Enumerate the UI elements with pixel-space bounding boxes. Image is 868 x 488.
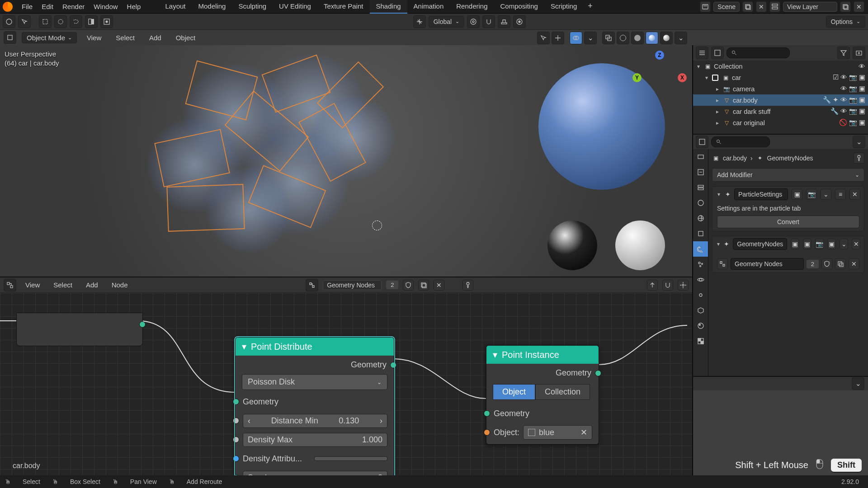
tree-car-collection[interactable]: ▾ ▣ car ☑ 👁 📷 ▣: [693, 72, 868, 83]
ws-shading[interactable]: Shading: [370, 0, 407, 14]
node-pin-icon[interactable]: [462, 280, 473, 291]
viewlayer-browse-icon[interactable]: [769, 1, 780, 12]
outliner-type-icon[interactable]: [696, 47, 708, 59]
prop-tab-render[interactable]: [693, 149, 708, 164]
pin-icon[interactable]: [854, 153, 864, 164]
ps-realtime-icon[interactable]: 📷: [806, 189, 817, 200]
render-icon[interactable]: ▣: [859, 108, 865, 115]
gn-editmode-icon[interactable]: ▣: [791, 239, 799, 249]
node-menu-add[interactable]: Add: [81, 279, 103, 291]
viewlayer-delete-icon[interactable]: ✕: [854, 1, 864, 12]
prop-tab-mesh[interactable]: [693, 303, 708, 318]
transform-space-dropdown[interactable]: Global ⌄: [429, 16, 464, 28]
ps-display-icon[interactable]: ▣: [792, 189, 802, 200]
menu-edit[interactable]: Edit: [37, 1, 58, 12]
particle-settings-name-field[interactable]: ParticleSettings: [734, 188, 788, 200]
shading-rendered-icon[interactable]: [660, 32, 673, 44]
node-menu-view[interactable]: View: [21, 279, 44, 291]
overlays-dropdown-icon[interactable]: ⌄: [584, 32, 597, 44]
node-snap-icon[interactable]: [662, 280, 673, 291]
viewlayer-name-field[interactable]: View Layer: [783, 2, 837, 12]
menu-file[interactable]: File: [17, 1, 37, 12]
node-group-new-icon[interactable]: [418, 280, 429, 291]
prop-tab-constraints[interactable]: [693, 287, 708, 303]
node-group-field[interactable]: Geometry Nodes: [731, 258, 804, 270]
ws-animation[interactable]: Animation: [407, 0, 450, 14]
prop-tab-texture[interactable]: [693, 333, 708, 349]
input-geometry-socket[interactable]: [233, 399, 239, 405]
distance-min-socket[interactable]: [233, 418, 239, 424]
density-max-field[interactable]: Density Max 1.000: [243, 433, 387, 447]
gn-display-icon[interactable]: ▣: [803, 239, 811, 249]
filter-icon[interactable]: [837, 47, 850, 59]
particle-icon[interactable]: ✦: [833, 96, 839, 104]
gn-realtime-icon[interactable]: 📷: [815, 239, 824, 249]
select-circle-icon[interactable]: [54, 15, 67, 28]
scene-delete-icon[interactable]: ✕: [756, 1, 767, 12]
snap-icon[interactable]: [482, 15, 495, 28]
prop-tab-material[interactable]: [693, 318, 708, 333]
ws-uvediting[interactable]: UV Editing: [273, 0, 317, 14]
node-point-instance[interactable]: ▾ Point Instance Geometry Object Collect…: [486, 345, 599, 445]
outliner-search-input[interactable]: [726, 47, 790, 58]
scene-new-icon[interactable]: [742, 1, 753, 12]
xray-icon[interactable]: [602, 32, 615, 44]
node-group-users[interactable]: 2: [807, 260, 819, 268]
shading-dropdown-icon[interactable]: ⌄: [675, 32, 687, 44]
snap-target-icon[interactable]: [498, 15, 510, 28]
render-icon[interactable]: ▣: [859, 119, 865, 127]
clear-icon[interactable]: ✕: [580, 427, 587, 437]
ws-sculpting[interactable]: Sculpting: [232, 0, 273, 14]
blender-logo-icon[interactable]: [3, 2, 13, 12]
camera-icon[interactable]: 📷: [849, 74, 857, 81]
socket-geometry[interactable]: [139, 321, 146, 328]
geonodes-name-field[interactable]: GeometryNodes: [733, 238, 787, 250]
modifier-wrench-icon[interactable]: 🔧: [830, 108, 839, 115]
view-selectable-icon[interactable]: [537, 32, 550, 44]
density-max-socket[interactable]: [233, 436, 239, 443]
node-editor-type-icon[interactable]: [4, 279, 16, 291]
mode-dropdown[interactable]: Object Mode ⌄: [22, 32, 77, 43]
tree-car-original[interactable]: ▸ ▽ car original 🚫 📷 ▣: [693, 117, 868, 128]
node-snap-target-icon[interactable]: [678, 280, 689, 291]
viewport-menu-view[interactable]: View: [82, 32, 106, 43]
gizmo-x-icon[interactable]: X: [678, 73, 687, 82]
cursor-tool-icon[interactable]: [18, 15, 31, 28]
node-group-shield-icon[interactable]: [403, 280, 414, 291]
pi-input-geometry-socket[interactable]: [484, 410, 490, 417]
editor-type-icon[interactable]: [3, 15, 15, 28]
viewport-menu-add[interactable]: Add: [145, 32, 166, 43]
viewlayer-new-icon[interactable]: [840, 1, 851, 12]
pi-object-field[interactable]: blue ✕: [523, 425, 592, 440]
gizmo-y-icon[interactable]: Y: [632, 73, 642, 82]
collapse-triangle-icon[interactable]: ▾: [493, 349, 497, 360]
panel-collapse-icon[interactable]: ▾: [716, 241, 720, 247]
distance-min-field[interactable]: ‹ Distance Min 0.130 ›: [243, 414, 387, 428]
restrict-viewport-icon[interactable]: 👁: [859, 63, 865, 70]
new-collection-icon[interactable]: [853, 47, 865, 59]
ps-delete-icon[interactable]: ✕: [849, 189, 860, 200]
prop-tab-object[interactable]: [693, 226, 708, 241]
node-group-name-field[interactable]: Geometry Nodes: [323, 280, 382, 290]
prop-tab-viewlayer[interactable]: [693, 180, 708, 195]
select-all-icon[interactable]: [100, 15, 113, 28]
exclude-icon[interactable]: ☑: [833, 74, 839, 81]
modifier-wrench-icon[interactable]: 🔧: [823, 96, 831, 104]
node-parent-icon[interactable]: [647, 280, 658, 291]
pi-tab-collection[interactable]: Collection: [535, 384, 590, 400]
pi-tab-object[interactable]: Object: [493, 384, 535, 400]
ws-texturepaint[interactable]: Texture Paint: [317, 0, 370, 14]
density-attr-socket[interactable]: [233, 455, 239, 462]
tree-scene-collection[interactable]: ▾ ▣ Collection 👁: [693, 61, 868, 72]
node-canvas[interactable]: ▾ Point Distribute Geometry Poisson Disk…: [0, 293, 692, 475]
render-icon[interactable]: ▣: [859, 85, 865, 93]
collapse-triangle-icon[interactable]: ▾: [242, 341, 246, 352]
node-menu-select[interactable]: Select: [49, 279, 77, 291]
gn-delete-icon[interactable]: ✕: [852, 239, 860, 249]
ws-layout[interactable]: Layout: [159, 0, 192, 14]
shading-material-icon[interactable]: [646, 32, 658, 44]
density-attr-field[interactable]: [314, 456, 387, 461]
pivot-icon[interactable]: [467, 15, 480, 28]
node-tree-type-icon[interactable]: [306, 279, 318, 291]
prop-tab-scene[interactable]: [693, 195, 708, 211]
